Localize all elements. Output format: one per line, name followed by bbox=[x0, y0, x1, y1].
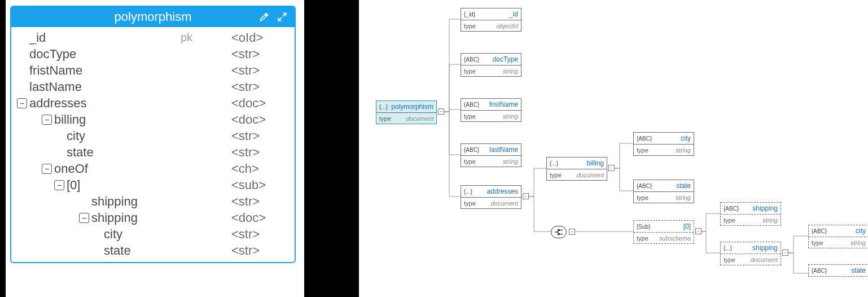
toggle-icon[interactable]: − bbox=[523, 193, 529, 199]
field-name: fristName bbox=[17, 63, 181, 78]
toggle-icon[interactable]: − bbox=[438, 108, 444, 115]
toggle-icon[interactable]: − bbox=[695, 228, 702, 234]
field-type: <sub> bbox=[231, 178, 289, 193]
field-row[interactable]: −addresses<doc> bbox=[17, 95, 289, 111]
field-type: <ch> bbox=[231, 161, 289, 176]
toggle-icon[interactable]: − bbox=[608, 165, 615, 171]
node-billing[interactable]: {...}billing typedocument bbox=[546, 157, 607, 181]
field-type: <doc> bbox=[231, 96, 289, 111]
field-list: _idpk<oId>docType<str>fristName<str>last… bbox=[11, 27, 295, 262]
field-name: lastName bbox=[17, 80, 181, 94]
field-type: <str> bbox=[231, 80, 289, 94]
node-id[interactable]: {_id}_id typeobjectId bbox=[461, 8, 521, 32]
field-row[interactable]: shipping<str> bbox=[17, 193, 289, 209]
field-name: state bbox=[17, 145, 181, 160]
tree-diagram: {...}polymorphism typedocument − {_id}_i… bbox=[359, 0, 868, 297]
field-row[interactable]: fristName<str> bbox=[17, 62, 289, 78]
field-name: city bbox=[17, 227, 181, 242]
field-row[interactable]: state<str> bbox=[17, 242, 289, 259]
field-type: <str> bbox=[231, 63, 289, 78]
field-row[interactable]: city<str> bbox=[17, 226, 289, 242]
field-type: <str> bbox=[231, 145, 289, 160]
node-fristname[interactable]: {ABC}fristName typestring bbox=[461, 98, 521, 122]
field-type: <str> bbox=[231, 47, 289, 62]
panel-title: polymorphism bbox=[115, 10, 192, 24]
field-name: shipping bbox=[17, 194, 181, 209]
expand-icon[interactable] bbox=[277, 11, 288, 26]
field-row[interactable]: _idpk<oId> bbox=[17, 29, 289, 46]
field-type: <str> bbox=[231, 129, 289, 143]
collapse-toggle-icon[interactable]: − bbox=[42, 115, 52, 125]
node-doctype[interactable]: {ABC}docType typestring bbox=[461, 53, 521, 77]
field-row[interactable]: city<str> bbox=[17, 128, 289, 144]
collapse-toggle-icon[interactable]: − bbox=[42, 164, 52, 174]
node-shipping-doc[interactable]: {...}shipping typedocument bbox=[720, 242, 781, 265]
node-sub0[interactable]: {Sub}[0] typesubschema bbox=[633, 220, 694, 244]
field-name: state bbox=[17, 243, 181, 258]
field-key: pk bbox=[181, 31, 231, 44]
node-city2[interactable]: {ABC}city typestring bbox=[808, 225, 868, 248]
panel-header: polymorphism bbox=[11, 7, 295, 27]
field-type: <doc> bbox=[231, 112, 289, 127]
node-addresses[interactable]: {...}addresses typedocument bbox=[461, 185, 521, 209]
eyedropper-icon[interactable] bbox=[258, 11, 270, 26]
oneof-icon[interactable] bbox=[551, 226, 567, 238]
field-type: <doc> bbox=[231, 211, 289, 225]
node-state[interactable]: {ABC}state typestring bbox=[633, 180, 694, 203]
left-black-strip bbox=[0, 0, 6, 297]
field-name: −oneOf bbox=[17, 161, 181, 176]
field-row[interactable]: docType<str> bbox=[17, 46, 289, 62]
node-lastname[interactable]: {ABC}lastName typestring bbox=[461, 143, 521, 167]
field-name: −addresses bbox=[17, 96, 181, 111]
field-name: docType bbox=[17, 47, 181, 62]
field-name: −billing bbox=[17, 112, 181, 127]
collapse-toggle-icon[interactable]: − bbox=[17, 98, 27, 108]
field-row[interactable]: lastName<str> bbox=[17, 78, 289, 95]
field-row[interactable]: −[0]<sub> bbox=[17, 177, 289, 193]
collapse-toggle-icon[interactable]: − bbox=[54, 180, 64, 190]
toggle-icon[interactable]: − bbox=[569, 229, 575, 235]
node-shipping-str[interactable]: {ABC}shipping typestring bbox=[720, 202, 781, 226]
field-name: −[0] bbox=[17, 178, 181, 193]
field-type: <oId> bbox=[231, 30, 289, 45]
field-type: <str> bbox=[231, 227, 289, 242]
toggle-icon[interactable]: − bbox=[782, 250, 788, 256]
field-name: −shipping bbox=[17, 211, 181, 225]
field-type: <str> bbox=[231, 243, 289, 258]
field-row[interactable]: −shipping<doc> bbox=[17, 209, 289, 226]
collapse-toggle-icon[interactable]: − bbox=[79, 213, 89, 223]
connector-wires bbox=[359, 0, 868, 297]
field-name: _id bbox=[17, 30, 181, 45]
field-name: city bbox=[17, 129, 181, 143]
divider-black-bar bbox=[304, 0, 359, 297]
field-row[interactable]: state<str> bbox=[17, 144, 289, 160]
schema-panel: polymorphism _idpk<oId>docType<str>frist… bbox=[10, 6, 296, 263]
node-city[interactable]: {ABC}city typestring bbox=[633, 132, 694, 156]
node-state2[interactable]: {ABC}state bbox=[808, 264, 868, 277]
field-row[interactable]: −billing<doc> bbox=[17, 111, 289, 128]
field-type: <str> bbox=[231, 194, 289, 209]
field-row[interactable]: −oneOf<ch> bbox=[17, 160, 289, 177]
node-polymorphism[interactable]: {...}polymorphism typedocument bbox=[376, 101, 437, 124]
